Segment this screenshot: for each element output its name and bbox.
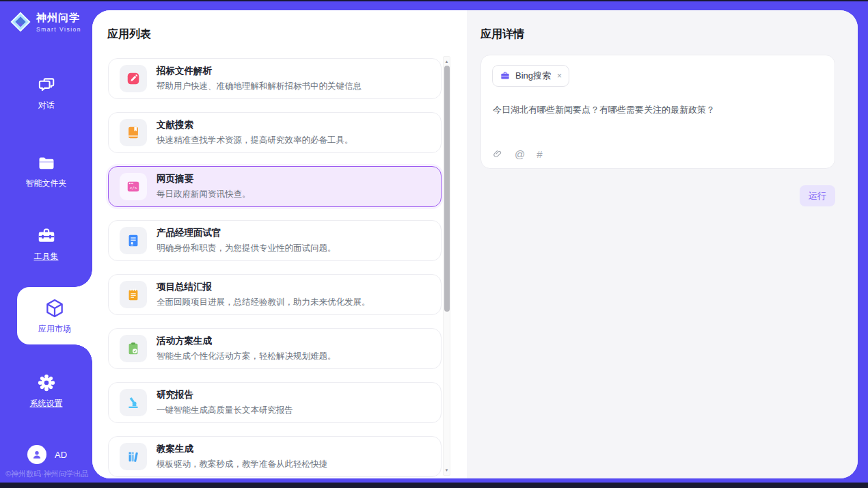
content-card: 应用列表 招标文件解析 帮助用户快速、准确地理解和解析招标书中的关键信息 [92, 10, 858, 478]
app-name: 网页摘要 [157, 173, 251, 185]
gear-icon [36, 372, 57, 393]
attachment-toolbar: @ # [493, 148, 543, 160]
books-icon [120, 443, 147, 470]
list-item-selected[interactable]: </> 网页摘要 每日政府新闻资讯快查。 [108, 166, 442, 207]
list-item[interactable]: 产品经理面试官 明确身份和职责，为您提供专业性的面试问题。 [108, 220, 442, 261]
sidebar: 神州问学 Smart Vision 对话 智能文件夹 [0, 1, 92, 483]
doc-edit-icon [120, 65, 147, 92]
microscope-icon [120, 389, 147, 416]
sidebar-item-label: 工具集 [34, 251, 59, 262]
app-desc: 模板驱动，教案秒成，教学准备从此轻松快捷 [157, 459, 327, 470]
cube-icon [44, 297, 66, 319]
sidebar-item-label: 对话 [38, 100, 55, 111]
chat-icon [37, 77, 55, 95]
brand-subtitle: Smart Vision [36, 26, 81, 33]
at-icon[interactable]: @ [515, 148, 525, 160]
briefcase-icon [500, 70, 511, 81]
folder-icon [37, 154, 56, 173]
app-desc: 帮助用户快速、准确地理解和解析招标书中的关键信息 [157, 81, 362, 92]
diamond-logo-icon [10, 11, 31, 33]
notepad-icon [120, 281, 147, 308]
sidebar-item-chat[interactable]: 对话 [0, 77, 92, 111]
prompt-card: Bing搜索 × 今日湖北有哪些新闻要点？有哪些需要关注的最新政策？ @ # [480, 55, 835, 169]
app-desc: 快速精准查找学术资源，提高研究效率的必备工具。 [157, 135, 353, 146]
toolbox-icon [36, 226, 57, 246]
app-desc: 全面回顾项目进展，总结经验教训，助力未来优化发展。 [157, 297, 370, 308]
list-item[interactable]: 项目总结汇报 全面回顾项目进展，总结经验教训，助力未来优化发展。 [108, 274, 442, 315]
list-item[interactable]: 研究报告 一键智能生成高质量长文本研究报告 [108, 382, 442, 423]
tag-label: Bing搜索 [515, 70, 551, 82]
svg-text:</>: </> [130, 185, 137, 190]
app-name: 文献搜索 [157, 119, 353, 131]
app-desc: 明确身份和职责，为您提供专业性的面试问题。 [157, 243, 336, 254]
paperclip-icon[interactable] [493, 148, 503, 160]
scrollbar[interactable]: ▲ ▼ [443, 56, 450, 476]
app-name: 招标文件解析 [157, 65, 362, 77]
app-name: 研究报告 [157, 389, 293, 401]
sidebar-item-smart-folders[interactable]: 智能文件夹 [0, 154, 92, 189]
app-desc: 一键智能生成高质量长文本研究报告 [157, 405, 293, 416]
sidebar-item-label: 应用市场 [38, 323, 71, 335]
app-list: 招标文件解析 帮助用户快速、准确地理解和解析招标书中的关键信息 文献搜索 快速精… [108, 58, 442, 477]
query-text-input[interactable]: 今日湖北有哪些新闻要点？有哪些需要关注的最新政策？ [493, 104, 821, 116]
sidebar-item-settings[interactable]: 系统设置 [0, 372, 92, 409]
avatar [27, 445, 46, 464]
clipboard-check-icon [120, 335, 147, 362]
close-icon[interactable]: × [557, 71, 562, 81]
run-button[interactable]: 运行 [800, 185, 835, 206]
doc-person-icon [120, 227, 147, 254]
app-detail-title: 应用详情 [480, 27, 524, 42]
book-icon [120, 119, 147, 146]
list-item[interactable]: 活动方案生成 智能生成个性化活动方案，轻松解决规划难题。 [108, 328, 442, 369]
sidebar-item-label: 系统设置 [30, 398, 63, 409]
app-name: 产品经理面试官 [157, 227, 336, 239]
hash-icon[interactable]: # [537, 148, 542, 160]
sidebar-item-app-market[interactable]: 应用市场 [17, 287, 92, 344]
scroll-down-icon[interactable]: ▼ [444, 466, 450, 474]
app-name: 项目总结汇报 [157, 281, 370, 293]
list-item[interactable]: 文献搜索 快速精准查找学术资源，提高研究效率的必备工具。 [108, 112, 442, 153]
app-desc: 智能生成个性化活动方案，轻松解决规划难题。 [157, 351, 336, 362]
sidebar-item-toolkit[interactable]: 工具集 [0, 226, 92, 262]
tool-tag-bing-search[interactable]: Bing搜索 × [492, 65, 569, 87]
list-item[interactable]: 招标文件解析 帮助用户快速、准确地理解和解析招标书中的关键信息 [108, 58, 442, 99]
app-list-panel: 应用列表 招标文件解析 帮助用户快速、准确地理解和解析招标书中的关键信息 [92, 10, 467, 478]
brand-name: 神州问学 [36, 12, 81, 25]
browser-code-icon: </> [120, 173, 147, 200]
app-desc: 每日政府新闻资讯快查。 [157, 189, 251, 200]
app-name: 教案生成 [157, 443, 327, 455]
user-initials: AD [55, 450, 67, 460]
app-list-title: 应用列表 [107, 27, 151, 42]
app-name: 活动方案生成 [157, 335, 336, 347]
list-item[interactable]: 教案生成 模板驱动，教案秒成，教学准备从此轻松快捷 [108, 436, 442, 477]
scrollbar-thumb[interactable] [444, 66, 450, 312]
brand-logo: 神州问学 Smart Vision [10, 11, 81, 33]
app-detail-panel: 应用详情 Bing搜索 × 今日湖北有哪些新闻要点？有哪些需要关注的最新政策？ [467, 10, 858, 478]
scroll-up-icon[interactable]: ▲ [444, 57, 450, 66]
user-account[interactable]: AD [27, 445, 67, 464]
copyright-text: ©神州数码·神州问学出品 [5, 469, 89, 479]
sidebar-item-label: 智能文件夹 [26, 178, 67, 189]
